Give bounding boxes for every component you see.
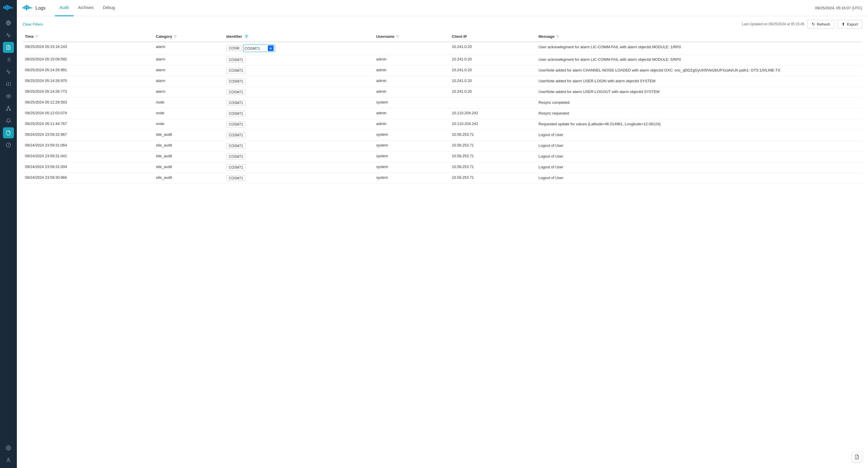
cell-message: Logout of User [536, 173, 862, 184]
bottom-right-file-button[interactable] [852, 452, 862, 462]
cell-username: admin [374, 55, 450, 65]
cell-client-ip: 10.241.0.20 [450, 42, 536, 55]
export-button[interactable]: ⬆ Export [837, 20, 862, 28]
table-row: 09/24/2024 23:59:31:064site_auditCOSM71s… [23, 141, 862, 151]
table-header-row: Time ▽ Category ▽ Identi [23, 31, 862, 42]
sidebar-icon-settings[interactable] [3, 442, 14, 454]
sidebar-icon-activity[interactable] [3, 66, 14, 77]
cell-identifier: COSM71 [224, 141, 374, 151]
username-filter-icon[interactable]: ▽ [396, 35, 399, 38]
sidebar-icon-eye[interactable] [3, 91, 14, 102]
sidebar-icon-logs[interactable] [3, 127, 14, 138]
cell-client-ip: 10.58.253.71 [450, 162, 536, 173]
sidebar-icon-sliders[interactable] [3, 79, 14, 90]
sidebar-icon-user[interactable] [3, 455, 14, 466]
svg-line-30 [8, 108, 10, 109]
table-row: 09/25/2024 05:14:26:773alarmCOSM71admin1… [23, 87, 862, 98]
cell-time: 09/25/2024 05:14:26:991 [23, 65, 154, 76]
identifier-filter-row: COSM× [226, 45, 372, 52]
tab-audit[interactable]: Audit [55, 0, 73, 16]
cell-identifier: COSM× [224, 42, 374, 55]
sidebar-icon-network[interactable] [3, 103, 14, 114]
table-row: 09/25/2024 05:15:16:243alarmCOSM×10.241.… [23, 42, 862, 55]
cell-identifier: COSM71 [224, 151, 374, 162]
identifier-badge[interactable]: COSM71 [226, 111, 246, 117]
cell-time: 09/25/2024 05:12:28:583 [23, 98, 154, 109]
identifier-badge[interactable]: COSM71 [226, 132, 246, 138]
cell-username [374, 42, 450, 55]
svg-rect-0 [3, 6, 4, 8]
table-row: 09/25/2024 05:11:44:767nodeCOSM71admin10… [23, 119, 862, 130]
cell-username: system [374, 173, 450, 184]
identifier-filter-clear-button[interactable]: × [268, 45, 274, 51]
cell-username: admin [374, 109, 450, 119]
table-row: 09/24/2024 23:59:30:966site_auditCOSM71s… [23, 173, 862, 184]
identifier-badge[interactable]: COSM71 [226, 154, 246, 159]
identifier-badge-with-input: COSM [226, 45, 242, 51]
refresh-icon: ↻ [812, 22, 815, 26]
cell-time: 09/25/2024 05:14:26:970 [23, 76, 154, 87]
sidebar-icon-globe[interactable] [3, 18, 14, 28]
refresh-button[interactable]: ↻ Refresh [807, 20, 835, 28]
cell-identifier: COSM71 [224, 130, 374, 141]
cell-category: site_audit [154, 130, 224, 141]
datetime-display: 09/25/2024, 05:16:07 (UTC) [815, 6, 862, 10]
sidebar-icon-clock[interactable] [3, 140, 14, 151]
cell-message: Resync requested [536, 109, 862, 119]
cell-client-ip: 10.58.253.71 [450, 141, 536, 151]
message-filter-icon[interactable]: ▽ [556, 35, 559, 38]
identifier-filter-input[interactable] [245, 46, 268, 51]
cell-category: node [154, 109, 224, 119]
cell-time: 09/24/2024 23:59:31:004 [23, 162, 154, 173]
cell-identifier: COSM71 [224, 98, 374, 109]
cell-category: alarm [154, 55, 224, 65]
identifier-badge[interactable]: COSM71 [226, 79, 246, 84]
tab-debug[interactable]: Debug [98, 0, 119, 16]
category-filter-icon[interactable]: ▽ [174, 35, 176, 38]
cell-time: 09/24/2024 23:59:32:967 [23, 130, 154, 141]
sidebar-icon-list[interactable] [3, 54, 14, 65]
table-row: 09/25/2024 05:14:26:970alarmCOSM71admin1… [23, 76, 862, 87]
sidebar [0, 0, 17, 468]
identifier-badge[interactable]: COSM71 [226, 100, 246, 106]
identifier-badge[interactable]: COSM71 [226, 175, 246, 181]
identifier-badge[interactable]: COSM71 [226, 165, 246, 170]
clear-filters-button[interactable]: Clear Filters [23, 22, 43, 26]
cell-category: alarm [154, 87, 224, 98]
tab-archives[interactable]: Archives [73, 0, 98, 16]
col-header-category: Category ▽ [154, 31, 224, 42]
cell-category: site_audit [154, 151, 224, 162]
cell-username: system [374, 151, 450, 162]
cell-identifier: COSM71 [224, 87, 374, 98]
cell-identifier: COSM71 [224, 119, 374, 130]
toolbar: Clear Filters Last Updated on 09/25/2024… [23, 20, 862, 28]
cell-username: admin [374, 65, 450, 76]
nav-tabs: Audit Archives Debug [55, 0, 120, 16]
cell-identifier: COSM71 [224, 76, 374, 87]
identifier-badge[interactable]: COSM71 [226, 89, 246, 95]
identifier-badge[interactable]: COSM71 [226, 68, 246, 74]
sidebar-icon-document[interactable] [3, 42, 14, 53]
svg-rect-39 [31, 7, 32, 8]
audit-log-table: Time ▽ Category ▽ Identi [23, 31, 862, 184]
cell-category: site_audit [154, 141, 224, 151]
svg-rect-35 [24, 6, 26, 9]
sidebar-icon-chart[interactable] [3, 30, 14, 41]
identifier-filter-icon[interactable]: ▽ [244, 34, 249, 39]
col-header-client-ip: Client IP [450, 31, 536, 42]
identifier-badge[interactable]: COSM71 [226, 143, 246, 149]
cell-time: 09/24/2024 23:59:31:041 [23, 151, 154, 162]
cell-category: node [154, 98, 224, 109]
app-logo-area: Logs [23, 5, 45, 11]
table-row: 09/25/2024 05:15:09:592alarmCOSM71admin1… [23, 55, 862, 65]
cell-username: system [374, 141, 450, 151]
identifier-badge[interactable]: COSM71 [226, 121, 246, 127]
cell-time: 09/25/2024 05:11:44:767 [23, 119, 154, 130]
sidebar-icon-alert[interactable] [3, 115, 14, 126]
time-filter-icon[interactable]: ▽ [35, 35, 38, 38]
last-updated-text: Last Updated on 09/25/2024 at 05:15:45 [742, 22, 804, 26]
table-row: 09/24/2024 23:59:31:004site_auditCOSM71s… [23, 162, 862, 173]
cell-username: system [374, 98, 450, 109]
cell-message: Logout of User [536, 162, 862, 173]
identifier-badge[interactable]: COSM71 [226, 57, 246, 63]
